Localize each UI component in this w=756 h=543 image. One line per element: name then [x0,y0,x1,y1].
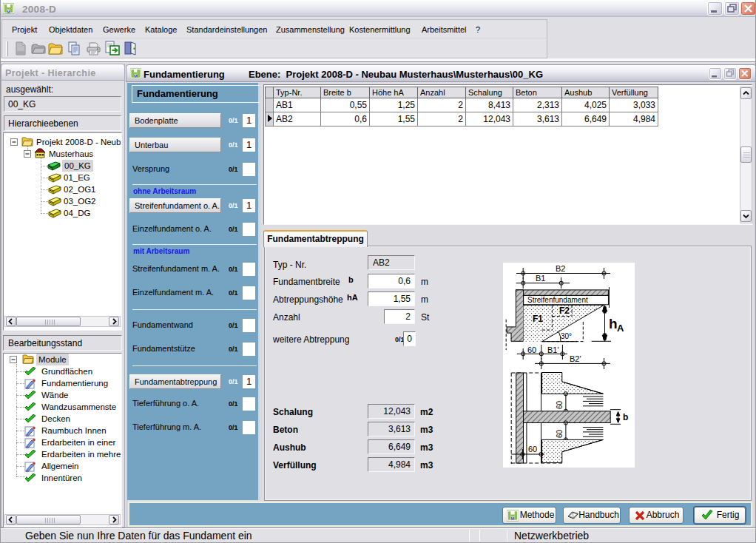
svg-text:M: M [7,10,10,14]
svg-text:F2: F2 [559,306,570,316]
svg-text:Streifenfundament: Streifenfundament [527,296,588,304]
svg-text:60: 60 [527,345,536,354]
svg-text:B2': B2' [570,354,581,363]
svg-text:b: b [623,412,628,422]
svg-text:60: 60 [528,445,537,453]
svg-text:M: M [134,74,138,78]
svg-text:60: 60 [556,429,564,438]
svg-text:B2: B2 [556,264,565,273]
svg-text:30°: 30° [561,332,572,340]
svg-text:A: A [617,323,624,334]
svg-text:B1: B1 [536,274,545,283]
svg-text:h: h [609,316,618,331]
svg-text:F1: F1 [533,314,543,324]
svg-text:M: M [510,516,514,521]
svg-text:60: 60 [556,400,564,409]
svg-text:B1': B1' [547,345,559,354]
